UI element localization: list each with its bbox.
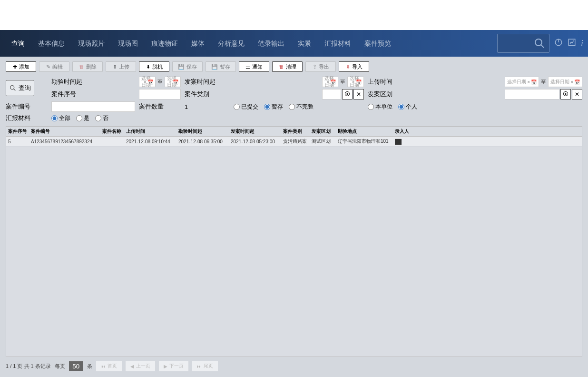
- top-nav: 查询 基本信息 现场照片 现场图 痕迹物证 媒体 分析意见 笔录输出 实景 汇报…: [0, 30, 588, 57]
- scope-personal[interactable]: 个人: [398, 103, 417, 111]
- status-incomplete[interactable]: 不完整: [289, 103, 314, 111]
- report-yes[interactable]: 是: [76, 114, 89, 122]
- pager-perpage-suffix: 条: [87, 363, 92, 370]
- calendar-icon[interactable]: 📅: [330, 79, 336, 85]
- svg-point-5: [10, 86, 14, 89]
- clear-icon[interactable]: ×: [169, 79, 172, 85]
- clean-button[interactable]: 🗑清理: [272, 61, 303, 72]
- table-row[interactable]: 5 A1234567891234567892324 2021-12-08 09:…: [6, 137, 582, 147]
- offline-button[interactable]: ⬇脱机: [139, 61, 169, 72]
- nav-query[interactable]: 查询: [5, 30, 31, 57]
- case-area-pick-button[interactable]: ⦿: [560, 89, 571, 99]
- notify-button[interactable]: ☰通知: [239, 61, 269, 72]
- pager-prev[interactable]: ◀上一页: [126, 361, 155, 371]
- nav-media[interactable]: 媒体: [185, 30, 211, 57]
- clear-icon[interactable]: ×: [570, 79, 573, 85]
- nav-scene-photo[interactable]: 现场照片: [71, 30, 111, 57]
- scope-radio-group: 本单位 个人: [368, 103, 501, 111]
- calendar-icon[interactable]: 📅: [147, 79, 153, 85]
- report-no[interactable]: 否: [95, 114, 108, 122]
- nav-record-output[interactable]: 笔录输出: [251, 30, 291, 57]
- global-search[interactable]: [497, 34, 549, 53]
- pager-perpage-prefix: 每页: [55, 363, 65, 370]
- save-icon: 💾: [211, 64, 218, 70]
- bell-icon: ☰: [245, 64, 250, 70]
- calendar-icon[interactable]: 📅: [173, 79, 178, 85]
- calendar-icon[interactable]: 📅: [356, 79, 362, 85]
- report-material-label: 汇报材料: [6, 114, 48, 122]
- save-icon: 💾: [178, 64, 185, 70]
- results-table: 案件序号 案件编号 案件名称 上传时间 勘验时间起 发案时间起 案件类别 发案区…: [6, 126, 582, 357]
- plus-icon: ✚: [13, 64, 17, 70]
- upload-date-from[interactable]: 选择日期×📅: [505, 77, 539, 87]
- tempsave-button: 💾暂存: [206, 61, 236, 72]
- clear-icon[interactable]: ×: [326, 79, 329, 85]
- report-all[interactable]: 全部: [51, 114, 70, 122]
- status-submitted[interactable]: 已提交: [234, 103, 258, 111]
- case-serial-label: 案件序号: [51, 90, 135, 99]
- report-radio-group: 全部 是 否: [51, 114, 181, 122]
- pager-next[interactable]: ▶下一页: [159, 361, 188, 371]
- case-no-input[interactable]: [51, 101, 135, 112]
- case-count-value: 1: [185, 103, 188, 110]
- status-radio-group: 已提交 暂存 不完整: [234, 103, 314, 111]
- trash-icon: 🗑: [279, 64, 284, 69]
- nav-trace-evidence[interactable]: 痕迹物证: [145, 30, 185, 57]
- filter-panel: 勘验时间起 选择日期×📅 至 选择日期×📅 发案时间起 选择日期×📅 至 选择日…: [6, 77, 582, 122]
- toolbar: ✚添加 ✎编辑 🗑删除 ⬆上传 ⬇脱机 💾保存 💾暂存 ☰通知 🗑清理 ⇪导出 …: [6, 61, 582, 72]
- calendar-icon[interactable]: 📅: [531, 79, 537, 85]
- pencil-icon: ✎: [46, 64, 50, 70]
- case-date-from[interactable]: 选择日期×📅: [322, 77, 339, 87]
- nav-scene-diagram[interactable]: 现场图: [111, 30, 145, 57]
- edit-button: ✎编辑: [39, 61, 69, 72]
- trash-icon: 🗑: [79, 64, 84, 69]
- case-no-label: 案件编号: [6, 102, 48, 111]
- export-icon: ⇪: [313, 64, 317, 70]
- search-button[interactable]: 查询: [6, 80, 34, 96]
- power-icon[interactable]: [554, 38, 563, 49]
- inspect-date-from[interactable]: 选择日期×📅: [139, 77, 156, 87]
- nav-basic-info[interactable]: 基本信息: [31, 30, 71, 57]
- download-icon: ⬇: [146, 64, 150, 70]
- add-button[interactable]: ✚添加: [6, 61, 36, 72]
- status-temp[interactable]: 暂存: [264, 103, 283, 111]
- upload-time-label: 上传时间: [368, 78, 501, 86]
- delete-button: 🗑删除: [72, 61, 103, 72]
- calendar-icon[interactable]: 📅: [574, 79, 580, 85]
- save-button: 💾保存: [172, 61, 203, 72]
- svg-line-1: [541, 45, 544, 48]
- case-type-clear-button[interactable]: ✕: [353, 89, 364, 99]
- clear-icon[interactable]: ×: [144, 79, 147, 85]
- case-area-label: 发案区划: [368, 90, 501, 99]
- inspect-date-to[interactable]: 选择日期×📅: [165, 77, 181, 87]
- case-date-to[interactable]: 选择日期×📅: [347, 77, 364, 87]
- import-button[interactable]: ⇩导入: [339, 61, 369, 72]
- info-icon[interactable]: i: [581, 39, 583, 49]
- case-time-label: 发案时间起: [185, 78, 318, 86]
- pager: 1 / 1 页 共 1 条记录 每页 条 ⏮首页 ◀上一页 ▶下一页 ⏭尾页: [6, 360, 582, 372]
- case-serial-input[interactable]: [139, 89, 181, 99]
- case-area-select[interactable]: [505, 89, 559, 99]
- pager-info: 1 / 1 页 共 1 条记录: [6, 363, 51, 370]
- nav-report-material[interactable]: 汇报材料: [318, 30, 358, 57]
- scope-unit[interactable]: 本单位: [368, 103, 392, 111]
- case-area-clear-button[interactable]: ✕: [572, 89, 582, 99]
- svg-line-6: [14, 89, 16, 91]
- case-type-select[interactable]: [322, 89, 341, 99]
- clear-icon[interactable]: ×: [527, 79, 530, 85]
- case-type-pick-button[interactable]: ⦿: [342, 89, 353, 99]
- upload-button: ⬆上传: [106, 61, 136, 72]
- pager-last[interactable]: ⏭尾页: [192, 361, 218, 371]
- inspect-time-label: 勘验时间起: [51, 78, 135, 86]
- nav-case-preview[interactable]: 案件预览: [358, 30, 398, 57]
- nav-analysis[interactable]: 分析意见: [211, 30, 251, 57]
- nav-real-scene[interactable]: 实景: [291, 30, 318, 57]
- case-count-label: 案件数量: [139, 102, 181, 111]
- table-header-row: 案件序号 案件编号 案件名称 上传时间 勘验时间起 发案时间起 案件类别 发案区…: [6, 127, 582, 137]
- upload-date-to[interactable]: 选择日期×📅: [548, 77, 582, 87]
- pager-first[interactable]: ⏮首页: [96, 361, 122, 371]
- upload-icon: ⬆: [113, 64, 117, 70]
- clear-icon[interactable]: ×: [352, 79, 355, 85]
- pager-perpage-input[interactable]: [69, 361, 83, 371]
- chart-icon[interactable]: [568, 38, 576, 49]
